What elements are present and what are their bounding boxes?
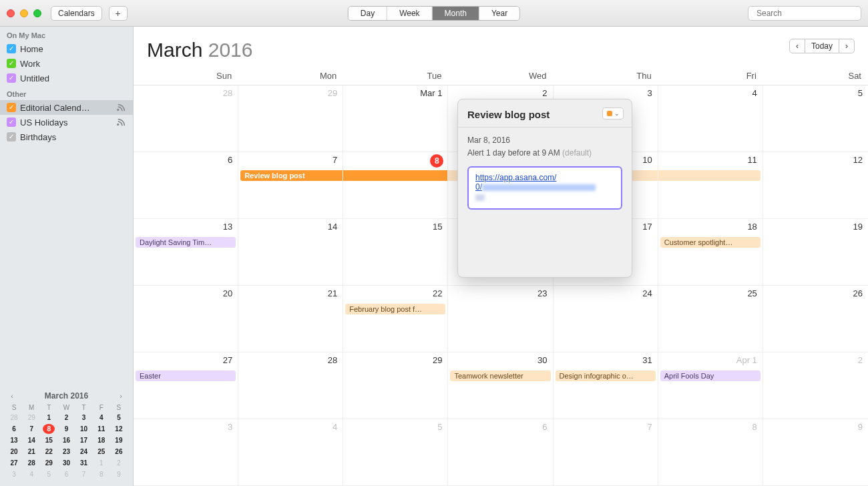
calendar-event[interactable]: Teamwork newsletter (450, 371, 550, 381)
day-cell[interactable]: 23 (448, 286, 553, 352)
mini-day[interactable]: 30 (60, 458, 72, 468)
mini-day[interactable]: 9 (113, 469, 125, 479)
mini-day[interactable]: 29 (43, 458, 55, 468)
calendar-event[interactable]: February blog post f… (345, 304, 445, 314)
day-cell[interactable]: 28 (134, 85, 238, 152)
day-cell[interactable]: 27Easter (134, 352, 238, 419)
day-cell[interactable]: 13Daylight Saving Tim… (134, 219, 238, 286)
mini-day[interactable]: 31 (78, 458, 90, 468)
mini-day[interactable]: 28 (25, 458, 37, 468)
mini-day[interactable]: 2 (113, 458, 125, 468)
mini-day[interactable]: 4 (25, 469, 37, 479)
sidebar-calendar-item[interactable]: ✓Birthdays (0, 130, 133, 144)
day-cell[interactable]: 21 (238, 286, 343, 352)
mini-day[interactable]: 8 (43, 424, 55, 434)
maximize-window-icon[interactable] (33, 9, 41, 17)
view-week[interactable]: Week (387, 7, 432, 20)
mini-day[interactable]: 16 (60, 435, 72, 445)
day-cell[interactable]: 6 (448, 419, 553, 486)
day-cell[interactable]: 9 (763, 419, 868, 486)
minimize-window-icon[interactable] (20, 9, 28, 17)
day-cell[interactable]: 11 (658, 152, 763, 219)
day-cell[interactable]: 29 (343, 352, 448, 419)
mini-day[interactable]: 9 (60, 424, 72, 434)
day-cell[interactable]: Apr 1April Fools Day (658, 352, 763, 419)
view-day[interactable]: Day (349, 7, 387, 20)
view-year[interactable]: Year (479, 7, 519, 20)
calendar-event[interactable] (343, 170, 447, 181)
calendar-event[interactable]: Customer spotlight… (660, 237, 761, 248)
day-cell[interactable]: 22February blog post f… (343, 286, 448, 352)
mini-day[interactable]: 5 (43, 469, 55, 479)
day-cell[interactable]: Mar 1 (343, 85, 448, 152)
day-cell[interactable]: 3 (134, 419, 238, 486)
event-popover-title[interactable]: Review blog post (467, 109, 622, 120)
mini-day[interactable]: 5 (113, 413, 125, 423)
event-url-link[interactable]: https://app.asana.com/ (475, 173, 556, 182)
day-cell[interactable]: 15 (343, 219, 448, 286)
calendar-event[interactable]: Daylight Saving Tim… (136, 237, 236, 248)
today-button[interactable]: Today (805, 39, 839, 53)
close-window-icon[interactable] (7, 9, 15, 17)
mini-day[interactable]: 4 (95, 413, 107, 423)
mini-day[interactable]: 21 (25, 447, 37, 457)
calendar-event[interactable]: April Fools Day (660, 371, 761, 381)
calendar-checkbox[interactable]: ✓ (7, 132, 16, 142)
mini-day[interactable]: 1 (95, 458, 107, 468)
mini-next-month[interactable]: › (116, 391, 126, 401)
sidebar-calendar-item[interactable]: ✓Untitled (0, 71, 133, 85)
calendar-checkbox[interactable]: ✓ (7, 73, 16, 83)
day-cell[interactable]: 24 (554, 286, 658, 352)
day-cell[interactable]: 4 (658, 85, 763, 152)
day-cell[interactable]: 30Teamwork newsletter (448, 352, 553, 419)
day-cell[interactable]: 5 (763, 85, 868, 152)
mini-day[interactable]: 11 (95, 424, 107, 434)
search-input[interactable] (756, 9, 857, 18)
mini-day[interactable]: 3 (8, 469, 20, 479)
day-cell[interactable]: 18Customer spotlight… (658, 219, 763, 286)
calendar-checkbox[interactable]: ✓ (7, 103, 16, 112)
mini-day[interactable]: 14 (25, 435, 37, 445)
mini-day[interactable]: 13 (8, 435, 20, 445)
mini-day[interactable]: 6 (60, 469, 72, 479)
day-cell[interactable]: 25 (658, 286, 763, 352)
calendar-event[interactable]: Design infographic o… (556, 371, 656, 381)
mini-day[interactable]: 17 (78, 435, 90, 445)
mini-day[interactable]: 8 (95, 469, 107, 479)
event-popover[interactable]: Review blog post ⌄ Mar 8, 2016 Alert 1 d… (457, 99, 632, 278)
mini-day[interactable]: 24 (78, 447, 90, 457)
mini-day[interactable]: 6 (8, 424, 20, 434)
event-alert[interactable]: Alert 1 day before at 9 AM (default) (467, 147, 622, 160)
event-url-field[interactable]: https://app.asana.com/ 0/ (467, 166, 622, 210)
mini-day[interactable]: 18 (95, 435, 107, 445)
calendar-event[interactable]: Review blog post (240, 170, 343, 181)
sidebar-calendar-item[interactable]: ✓Work (0, 56, 133, 71)
mini-day[interactable]: 20 (8, 447, 20, 457)
mini-day[interactable]: 29 (25, 413, 37, 423)
calendars-button[interactable]: Calendars (51, 6, 102, 21)
mini-day[interactable]: 25 (95, 447, 107, 457)
day-cell[interactable]: 20 (134, 286, 238, 352)
mini-day[interactable]: 2 (60, 413, 72, 423)
event-calendar-selector[interactable]: ⌄ (602, 107, 624, 119)
calendar-checkbox[interactable]: ✓ (7, 59, 16, 68)
day-cell[interactable]: 7 (554, 419, 658, 486)
calendar-event[interactable]: Easter (136, 371, 236, 381)
mini-day[interactable]: 19 (113, 435, 125, 445)
mini-day[interactable]: 1 (43, 413, 55, 423)
calendar-event[interactable] (658, 170, 761, 181)
mini-day[interactable]: 26 (113, 447, 125, 457)
event-url-link-2[interactable]: 0/ (475, 182, 482, 192)
day-cell[interactable]: 26 (763, 286, 868, 352)
mini-day[interactable]: 12 (113, 424, 125, 434)
day-cell[interactable]: 12 (763, 152, 868, 219)
mini-day[interactable]: 22 (43, 447, 55, 457)
day-cell[interactable]: 6 (134, 152, 238, 219)
day-cell[interactable]: 2 (763, 352, 868, 419)
calendar-checkbox[interactable]: ✓ (7, 117, 16, 127)
day-cell[interactable]: 19 (763, 219, 868, 286)
day-cell[interactable]: 5 (343, 419, 448, 486)
day-cell[interactable]: 29 (238, 85, 343, 152)
prev-month-button[interactable]: ‹ (789, 39, 805, 53)
mini-prev-month[interactable]: ‹ (7, 391, 17, 401)
